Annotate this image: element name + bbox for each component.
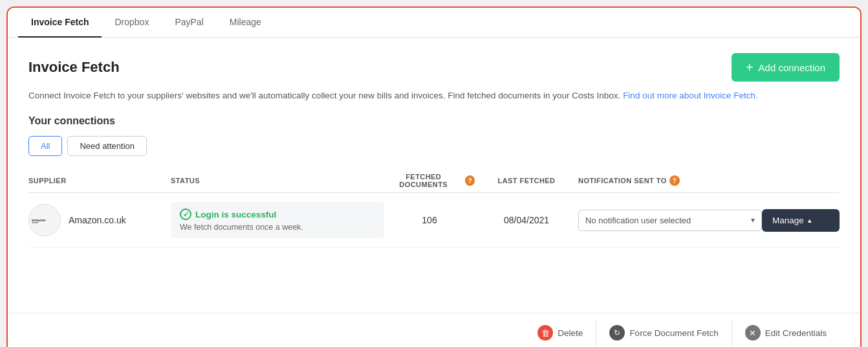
tab-invoice-fetch[interactable]: Invoice Fetch xyxy=(18,8,102,38)
col-actions xyxy=(762,173,840,188)
status-sub: We fetch documents once a week. xyxy=(180,223,375,232)
col-supplier: SUPPLIER xyxy=(28,173,171,188)
tab-bar: Invoice Fetch Dropbox PayPal Mileage xyxy=(8,8,860,38)
filter-all-button[interactable]: All xyxy=(28,136,62,156)
table-header: SUPPLIER STATUS FETCHED DOCUMENTS ? LAST… xyxy=(28,169,840,193)
table-row: amazon .co.uk Amazon.co.uk ✓ Login is su… xyxy=(28,193,840,248)
svg-text:.co.uk: .co.uk xyxy=(32,222,38,225)
edit-credentials-label: Edit Credentials xyxy=(765,328,827,338)
col-notification: NOTIFICATION SENT TO ? xyxy=(578,173,762,188)
fetched-docs-help-icon[interactable]: ? xyxy=(465,175,475,186)
add-connection-button[interactable]: + Add connection xyxy=(732,53,840,82)
manage-button[interactable]: Manage ▴ xyxy=(762,209,840,232)
section-title: Your connections xyxy=(28,115,840,127)
chevron-down-icon: ▾ xyxy=(751,216,755,225)
action-bar: 🗑 Delete ↻ Force Document Fetch ✕ Edit C… xyxy=(8,313,860,347)
notification-value: No notification user selected xyxy=(585,216,691,225)
delete-icon: 🗑 xyxy=(537,325,553,341)
add-connection-label: Add connection xyxy=(759,62,825,73)
force-fetch-label: Force Document Fetch xyxy=(629,328,718,338)
description-text: Connect Invoice Fetch to your suppliers'… xyxy=(28,89,840,102)
col-fetched-docs: FETCHED DOCUMENTS ? xyxy=(384,173,475,188)
col-last-fetched: LAST FETCHED xyxy=(475,173,578,188)
supplier-name: Amazon.co.uk xyxy=(69,215,126,225)
filter-row: All Need attention xyxy=(28,136,840,156)
manage-label: Manage xyxy=(772,216,804,225)
edit-credentials-action[interactable]: ✕ Edit Credentials xyxy=(732,320,840,346)
notification-help-icon[interactable]: ? xyxy=(669,175,680,186)
amazon-logo-svg: amazon .co.uk xyxy=(31,214,58,226)
tab-dropbox[interactable]: Dropbox xyxy=(102,8,162,38)
check-icon: ✓ xyxy=(180,208,191,220)
col-status: STATUS xyxy=(171,173,384,188)
edit-icon: ✕ xyxy=(745,325,761,341)
status-cell: ✓ Login is successful We fetch documents… xyxy=(171,202,384,238)
delete-label: Delete xyxy=(558,328,583,338)
plus-icon: + xyxy=(746,61,754,74)
page-title: Invoice Fetch xyxy=(28,59,120,76)
notification-select[interactable]: No notification user selected ▾ xyxy=(578,210,762,231)
delete-action[interactable]: 🗑 Delete xyxy=(525,320,596,346)
tab-paypal[interactable]: PayPal xyxy=(162,8,216,38)
status-success: ✓ Login is successful xyxy=(180,208,375,220)
manage-chevron-up-icon: ▴ xyxy=(808,216,812,225)
filter-need-attention-button[interactable]: Need attention xyxy=(67,136,147,156)
force-fetch-action[interactable]: ↻ Force Document Fetch xyxy=(596,320,732,346)
refresh-icon: ↻ xyxy=(609,325,625,341)
fetched-count: 106 xyxy=(384,215,475,225)
main-content: Invoice Fetch + Add connection Connect I… xyxy=(8,38,860,313)
header-row: Invoice Fetch + Add connection xyxy=(28,53,840,82)
supplier-cell: amazon .co.uk Amazon.co.uk xyxy=(28,204,171,236)
tab-mileage[interactable]: Mileage xyxy=(217,8,274,38)
supplier-logo: amazon .co.uk xyxy=(28,204,61,236)
status-label: Login is successful xyxy=(195,210,276,219)
last-fetched: 08/04/2021 xyxy=(475,215,578,225)
description-link[interactable]: Find out more about Invoice Fetch. xyxy=(623,91,758,100)
app-container: Invoice Fetch Dropbox PayPal Mileage Inv… xyxy=(6,6,862,347)
